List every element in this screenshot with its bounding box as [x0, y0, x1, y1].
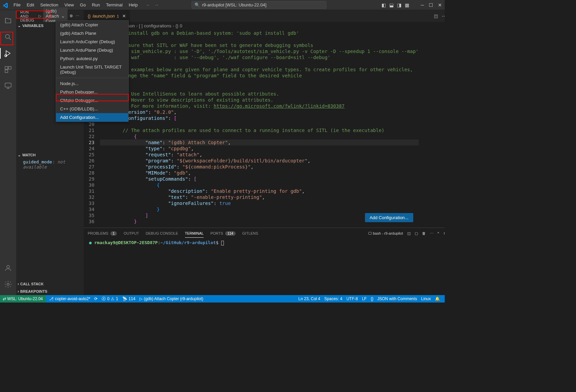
- close-tab-icon[interactable]: ✕: [122, 14, 126, 19]
- dropdown-item[interactable]: Python Debugger...: [56, 88, 128, 96]
- layout-left-icon[interactable]: ◧: [382, 2, 386, 8]
- search-icon: 🔍: [194, 2, 200, 7]
- minimize-icon[interactable]: ─: [421, 2, 424, 8]
- status-notifications-icon[interactable]: 🔔: [433, 296, 442, 301]
- more-actions-icon[interactable]: ⋯: [76, 14, 80, 18]
- menu-terminal[interactable]: Terminal: [103, 1, 125, 9]
- json-file-icon: {}: [88, 14, 91, 19]
- menu-file[interactable]: File: [11, 1, 23, 9]
- extensions-icon[interactable]: [0, 61, 16, 78]
- new-terminal-icon[interactable]: ▢: [415, 231, 418, 236]
- search-text: r9-ardupilot [WSL: Ubuntu-22.04]: [202, 2, 266, 7]
- accounts-icon[interactable]: [0, 260, 16, 276]
- panel-tab-gitlens[interactable]: GITLENS: [242, 229, 258, 237]
- status-spaces[interactable]: Spaces: 4: [322, 296, 344, 301]
- menu-go[interactable]: Go: [77, 1, 88, 9]
- status-os[interactable]: Linux: [419, 296, 433, 301]
- chevron-down-icon: ⌄: [18, 23, 21, 28]
- chevron-down-icon: ⌄: [18, 153, 21, 157]
- watch-item[interactable]: guided_mode: not available: [16, 159, 84, 170]
- more-panel-icon[interactable]: ⋯: [430, 231, 434, 236]
- maximize-icon[interactable]: ☐: [429, 2, 433, 8]
- dropdown-add-config[interactable]: Add Configuration...: [56, 113, 128, 122]
- editor[interactable]: 5678910111213141516171819202122232425262…: [84, 29, 445, 228]
- search-activity-icon[interactable]: [0, 29, 16, 45]
- add-configuration-button[interactable]: Add Configuration...: [365, 213, 413, 222]
- svg-point-6: [7, 265, 9, 268]
- section-breakpoints[interactable]: › BREAKPOINTS: [16, 288, 84, 295]
- menu-help[interactable]: Help: [126, 1, 140, 9]
- kill-terminal-icon[interactable]: 🗑: [422, 231, 426, 235]
- chevron-right-icon: ›: [18, 289, 19, 294]
- status-ports[interactable]: 📡114: [120, 296, 137, 301]
- run-debug-icon[interactable]: [0, 45, 16, 61]
- status-line-col[interactable]: Ln 23, Col 4: [296, 296, 322, 301]
- layout-grid-icon[interactable]: ▦: [405, 2, 409, 8]
- status-debug-config[interactable]: ▷ (gdb) Attach Copter (r9-ardupilot): [137, 296, 205, 301]
- command-center[interactable]: 🔍 r9-ardupilot [WSL: Ubuntu-22.04]: [191, 1, 326, 9]
- status-branch[interactable]: ⎇ copter-avoid-auto2*: [47, 296, 93, 301]
- dropdown-item[interactable]: C++ (GDB/LLDB)...: [56, 105, 128, 113]
- terminal-dropdown[interactable]: 🖵 bash - r9-ardupilot: [368, 231, 403, 235]
- section-callstack[interactable]: › CALL STACK: [16, 280, 84, 288]
- config-gear-icon[interactable]: ⚙: [70, 14, 73, 18]
- svg-point-7: [7, 283, 9, 285]
- close-icon[interactable]: ✕: [438, 2, 442, 8]
- dropdown-item[interactable]: Launch ArduPlane (Debug): [56, 46, 128, 54]
- split-terminal-icon[interactable]: ◫: [407, 231, 411, 236]
- more-tab-actions-icon[interactable]: ⋯: [442, 14, 445, 19]
- dropdown-item[interactable]: Launch ArduCopter (Debug): [56, 37, 128, 46]
- maximize-panel-icon[interactable]: ^: [438, 231, 439, 235]
- start-debug-icon[interactable]: ▷: [38, 14, 42, 18]
- panel-tab-problems[interactable]: PROBLEMS 1: [88, 229, 117, 238]
- remote-explorer-icon[interactable]: [0, 78, 16, 94]
- layout-bottom-icon[interactable]: ⬓: [389, 2, 394, 8]
- explorer-icon[interactable]: [0, 13, 16, 29]
- layout-right-icon[interactable]: ◨: [397, 2, 401, 8]
- panel-tab-ports[interactable]: PORTS 114: [210, 229, 235, 238]
- editor-area: {} launch.json 1 ✕ ◫ ⋯ .vscode › {} laun…: [84, 10, 445, 295]
- menu-edit[interactable]: Edit: [24, 1, 37, 9]
- status-problems[interactable]: ⓧ0 ⚠1: [100, 296, 120, 302]
- tab-filename: launch.json: [93, 14, 115, 19]
- svg-point-0: [5, 34, 9, 38]
- breadcrumb[interactable]: .vscode › {} launch.json › [ ] configura…: [84, 22, 445, 29]
- status-lang[interactable]: {} JSON with Comments: [369, 296, 419, 301]
- panel-tab-output[interactable]: OUTPUT: [124, 229, 139, 237]
- config-dropdown-menu: (gdb) Attach Copter (gdb) Attach Plane L…: [56, 20, 129, 122]
- svg-rect-5: [5, 83, 11, 87]
- status-remote[interactable]: ⇄ WSL: Ubuntu-22.04: [0, 295, 46, 303]
- nav-forward-icon[interactable]: →: [154, 2, 159, 7]
- terminal[interactable]: ● rmackay9@DESKTOP-2ESD87P:~/GitHub/r9-a…: [84, 239, 445, 295]
- dropdown-item[interactable]: (gdb) Attach Copter: [56, 21, 128, 29]
- split-editor-icon[interactable]: ◫: [434, 14, 438, 19]
- dropdown-item[interactable]: CMake Debugger...: [56, 96, 128, 105]
- dropdown-item[interactable]: Node.js...: [56, 79, 128, 88]
- debug-icon: ▷: [139, 296, 142, 301]
- dropdown-item[interactable]: (gdb) Attach Plane: [56, 29, 128, 37]
- status-encoding[interactable]: UTF-8: [344, 296, 360, 301]
- activity-bar: [0, 10, 16, 295]
- sync-icon: ⟳: [94, 296, 98, 301]
- close-panel-icon[interactable]: ✕: [443, 231, 445, 236]
- svg-rect-2: [5, 67, 8, 69]
- dropdown-item[interactable]: Python: autotest.py: [56, 54, 128, 63]
- svg-rect-4: [5, 70, 8, 73]
- settings-gear-icon[interactable]: [0, 276, 16, 292]
- modified-indicator: 1: [117, 14, 119, 18]
- branch-icon: ⎇: [49, 296, 54, 301]
- section-watch[interactable]: ⌄ WATCH: [16, 151, 84, 159]
- dropdown-item[interactable]: Launch Unit Test SITL TARGET (Debug): [56, 63, 128, 76]
- nav-back-icon[interactable]: ←: [146, 2, 150, 7]
- status-sync[interactable]: ⟳: [92, 296, 100, 301]
- panel-tab-terminal[interactable]: TERMINAL: [185, 229, 204, 238]
- tab-bar: {} launch.json 1 ✕ ◫ ⋯: [84, 10, 445, 22]
- vscode-logo-icon: [3, 2, 8, 8]
- svg-rect-3: [8, 67, 11, 69]
- panel-tab-debug-console[interactable]: DEBUG CONSOLE: [146, 229, 178, 237]
- remote-icon: ⇄: [3, 296, 6, 301]
- minimap[interactable]: [419, 29, 445, 228]
- status-eol[interactable]: LF: [360, 296, 369, 301]
- warning-icon: ⚠: [111, 296, 114, 301]
- menu-run[interactable]: Run: [89, 1, 103, 9]
